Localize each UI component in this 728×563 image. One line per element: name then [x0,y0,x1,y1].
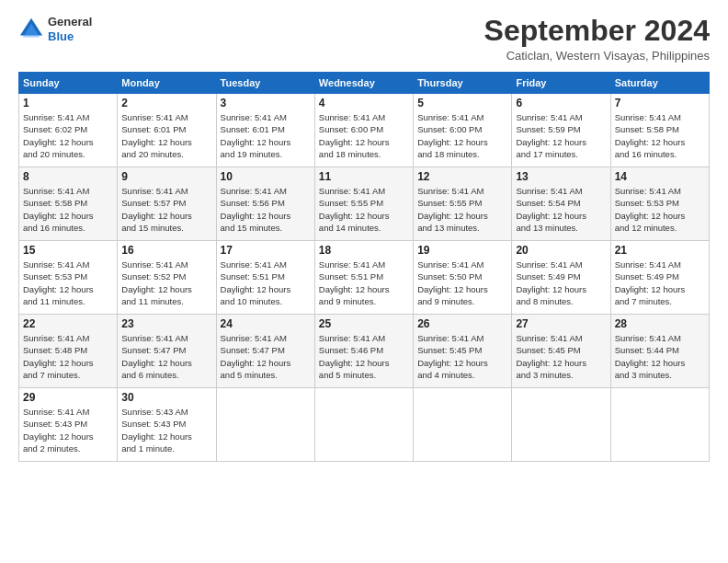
day-number: 20 [516,244,606,257]
calendar-cell: 18 Sunrise: 5:41 AM Sunset: 5:51 PM Dayl… [314,241,413,315]
calendar-week-5: 29 Sunrise: 5:41 AM Sunset: 5:43 PM Dayl… [19,388,710,462]
day-number: 15 [23,244,113,257]
day-info: Sunrise: 5:41 AM Sunset: 6:02 PM Dayligh… [23,111,113,160]
calendar-cell: 23 Sunrise: 5:41 AM Sunset: 5:47 PM Dayl… [118,315,216,388]
day-info: Sunrise: 5:41 AM Sunset: 5:58 PM Dayligh… [615,111,705,160]
day-info: Sunrise: 5:43 AM Sunset: 5:43 PM Dayligh… [121,406,211,454]
day-number: 30 [121,391,211,404]
day-info: Sunrise: 5:41 AM Sunset: 5:56 PM Dayligh… [221,185,311,234]
day-info: Sunrise: 5:41 AM Sunset: 5:44 PM Dayligh… [615,332,705,381]
day-info: Sunrise: 5:41 AM Sunset: 5:49 PM Dayligh… [615,259,705,307]
header-wednesday: Wednesday [314,73,413,94]
calendar-cell: 12 Sunrise: 5:41 AM Sunset: 5:55 PM Dayl… [414,167,512,241]
day-number: 22 [23,317,113,330]
calendar-week-1: 1 Sunrise: 5:41 AM Sunset: 6:02 PM Dayli… [19,94,710,167]
logo-icon [18,17,44,42]
day-info: Sunrise: 5:41 AM Sunset: 5:48 PM Dayligh… [23,332,113,381]
header-friday: Friday [512,73,610,94]
logo: General Blue [18,15,92,43]
day-info: Sunrise: 5:41 AM Sunset: 5:43 PM Dayligh… [23,406,113,454]
day-number: 3 [221,97,311,109]
header-thursday: Thursday [414,73,512,94]
calendar-cell: 26 Sunrise: 5:41 AM Sunset: 5:45 PM Dayl… [414,315,512,388]
day-number: 17 [221,244,311,257]
day-number: 9 [121,170,211,183]
calendar-cell: 15 Sunrise: 5:41 AM Sunset: 5:53 PM Dayl… [19,241,118,315]
calendar-cell: 21 Sunrise: 5:41 AM Sunset: 5:49 PM Dayl… [610,241,709,315]
calendar-cell: 25 Sunrise: 5:41 AM Sunset: 5:46 PM Dayl… [314,315,413,388]
day-info: Sunrise: 5:41 AM Sunset: 5:58 PM Dayligh… [23,185,113,234]
day-number: 12 [417,170,507,183]
calendar-cell: 19 Sunrise: 5:41 AM Sunset: 5:50 PM Dayl… [414,241,512,315]
day-info: Sunrise: 5:41 AM Sunset: 5:51 PM Dayligh… [221,259,311,307]
day-number: 25 [319,317,409,330]
logo-general-text: General [48,15,92,29]
calendar-cell: 30 Sunrise: 5:43 AM Sunset: 5:43 PM Dayl… [118,388,216,462]
day-number: 13 [516,170,606,183]
day-number: 8 [23,170,113,183]
day-number: 7 [615,97,705,109]
calendar-table: Sunday Monday Tuesday Wednesday Thursday… [18,72,710,462]
calendar-cell: 4 Sunrise: 5:41 AM Sunset: 6:00 PM Dayli… [314,94,413,167]
calendar-week-2: 8 Sunrise: 5:41 AM Sunset: 5:58 PM Dayli… [19,167,710,241]
day-number: 21 [615,244,705,257]
day-info: Sunrise: 5:41 AM Sunset: 5:45 PM Dayligh… [417,332,507,381]
day-number: 2 [121,97,211,109]
calendar-cell: 5 Sunrise: 5:41 AM Sunset: 6:00 PM Dayli… [414,94,512,167]
day-number: 14 [615,170,705,183]
day-number: 18 [319,244,409,257]
calendar-cell: 6 Sunrise: 5:41 AM Sunset: 5:59 PM Dayli… [512,94,610,167]
calendar-week-3: 15 Sunrise: 5:41 AM Sunset: 5:53 PM Dayl… [19,241,710,315]
day-number: 16 [121,244,211,257]
day-info: Sunrise: 5:41 AM Sunset: 5:55 PM Dayligh… [417,185,507,234]
day-info: Sunrise: 5:41 AM Sunset: 5:54 PM Dayligh… [516,185,606,234]
day-number: 19 [417,244,507,257]
location: Caticlan, Western Visayas, Philippines [484,49,710,63]
day-number: 28 [615,317,705,330]
calendar-cell: 20 Sunrise: 5:41 AM Sunset: 5:49 PM Dayl… [512,241,610,315]
day-number: 1 [23,97,113,109]
page: General Blue September 2024 Caticlan, We… [0,0,728,563]
day-info: Sunrise: 5:41 AM Sunset: 5:52 PM Dayligh… [121,259,211,307]
day-number: 10 [221,170,311,183]
logo-text: General Blue [48,15,92,43]
calendar-cell: 29 Sunrise: 5:41 AM Sunset: 5:43 PM Dayl… [19,388,118,462]
calendar-body: 1 Sunrise: 5:41 AM Sunset: 6:02 PM Dayli… [19,94,710,462]
calendar-header: Sunday Monday Tuesday Wednesday Thursday… [19,73,710,94]
day-info: Sunrise: 5:41 AM Sunset: 5:53 PM Dayligh… [615,185,705,234]
day-info: Sunrise: 5:41 AM Sunset: 6:00 PM Dayligh… [319,111,409,160]
calendar-week-4: 22 Sunrise: 5:41 AM Sunset: 5:48 PM Dayl… [19,315,710,388]
calendar-cell: 2 Sunrise: 5:41 AM Sunset: 6:01 PM Dayli… [118,94,216,167]
day-number: 11 [319,170,409,183]
day-number: 27 [516,317,606,330]
day-info: Sunrise: 5:41 AM Sunset: 5:50 PM Dayligh… [417,259,507,307]
calendar-cell: 14 Sunrise: 5:41 AM Sunset: 5:53 PM Dayl… [610,167,709,241]
day-info: Sunrise: 5:41 AM Sunset: 5:46 PM Dayligh… [319,332,409,381]
calendar-cell: 16 Sunrise: 5:41 AM Sunset: 5:52 PM Dayl… [118,241,216,315]
calendar-cell: 11 Sunrise: 5:41 AM Sunset: 5:55 PM Dayl… [314,167,413,241]
calendar-cell: 13 Sunrise: 5:41 AM Sunset: 5:54 PM Dayl… [512,167,610,241]
day-info: Sunrise: 5:41 AM Sunset: 5:47 PM Dayligh… [221,332,311,381]
header: General Blue September 2024 Caticlan, We… [18,15,710,63]
calendar-cell: 9 Sunrise: 5:41 AM Sunset: 5:57 PM Dayli… [118,167,216,241]
month-title: September 2024 [484,15,710,47]
calendar-cell [512,388,610,462]
day-info: Sunrise: 5:41 AM Sunset: 5:53 PM Dayligh… [23,259,113,307]
day-number: 23 [121,317,211,330]
day-info: Sunrise: 5:41 AM Sunset: 5:49 PM Dayligh… [516,259,606,307]
day-number: 29 [23,391,113,404]
day-info: Sunrise: 5:41 AM Sunset: 5:59 PM Dayligh… [516,111,606,160]
calendar-cell: 7 Sunrise: 5:41 AM Sunset: 5:58 PM Dayli… [610,94,709,167]
calendar-cell [610,388,709,462]
day-info: Sunrise: 5:41 AM Sunset: 5:45 PM Dayligh… [516,332,606,381]
header-monday: Monday [118,73,216,94]
calendar-cell: 10 Sunrise: 5:41 AM Sunset: 5:56 PM Dayl… [216,167,314,241]
day-info: Sunrise: 5:41 AM Sunset: 6:01 PM Dayligh… [221,111,311,160]
logo-blue-text: Blue [48,29,74,43]
calendar-cell [314,388,413,462]
day-info: Sunrise: 5:41 AM Sunset: 6:00 PM Dayligh… [417,111,507,160]
calendar-cell: 28 Sunrise: 5:41 AM Sunset: 5:44 PM Dayl… [610,315,709,388]
day-info: Sunrise: 5:41 AM Sunset: 5:47 PM Dayligh… [121,332,211,381]
header-row: Sunday Monday Tuesday Wednesday Thursday… [19,73,710,94]
calendar-cell: 17 Sunrise: 5:41 AM Sunset: 5:51 PM Dayl… [216,241,314,315]
